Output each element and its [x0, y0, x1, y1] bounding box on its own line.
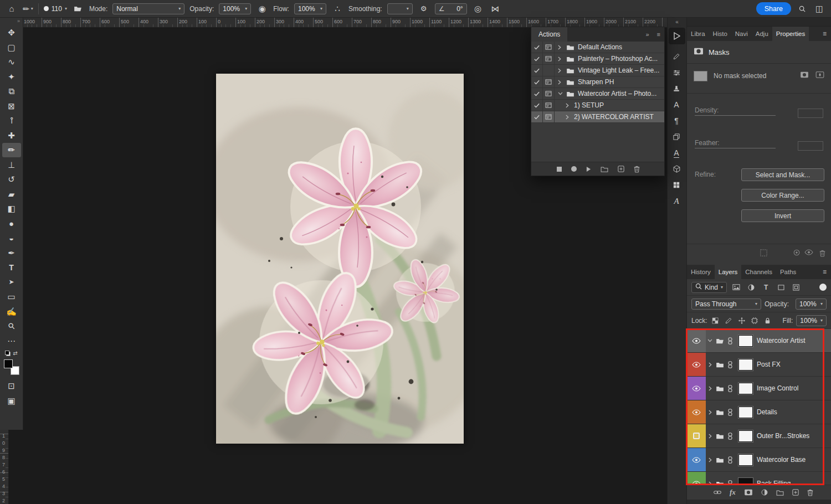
action-dialog-toggle[interactable]: [543, 88, 555, 99]
chevron-right-icon[interactable]: [558, 45, 563, 50]
collapse-panel-icon[interactable]: »: [642, 31, 653, 38]
action-check-toggle[interactable]: [531, 88, 543, 99]
layer-comps-panel-icon[interactable]: [669, 130, 684, 144]
tab-histo[interactable]: Histo: [709, 27, 731, 41]
lock-artboard-icon[interactable]: [750, 315, 760, 326]
workspace-switcher-icon[interactable]: ◫: [813, 4, 825, 14]
tool-edit-toolbar[interactable]: ⋯: [2, 333, 21, 348]
pressure-opacity-icon[interactable]: ◉: [256, 4, 268, 14]
tool-hand[interactable]: ✍: [2, 304, 21, 318]
apply-mask-icon[interactable]: [793, 249, 800, 256]
actions-panel-tab[interactable]: Actions: [531, 27, 567, 42]
action-check-toggle[interactable]: [531, 53, 543, 64]
tool-frame[interactable]: ⊠: [2, 99, 21, 113]
tool-type[interactable]: T: [2, 260, 21, 275]
brush-tool-preset[interactable]: ✏▾: [23, 4, 33, 13]
layer-row[interactable]: Back Filling: [687, 472, 831, 485]
chevron-right-icon[interactable]: [706, 434, 714, 439]
mask-thumbnail[interactable]: [738, 454, 753, 466]
layer-visibility-toggle[interactable]: [687, 424, 706, 448]
layer-opacity-select[interactable]: 100%▾: [796, 299, 827, 310]
chevron-right-icon[interactable]: [706, 410, 714, 415]
action-dialog-toggle[interactable]: [543, 53, 555, 64]
add-pixel-mask-icon[interactable]: [800, 71, 809, 78]
lock-position-icon[interactable]: [737, 315, 747, 326]
layer-visibility-toggle[interactable]: [687, 400, 706, 424]
layer-visibility-toggle[interactable]: [687, 472, 706, 485]
tool-pen[interactable]: ✒: [2, 245, 21, 260]
tool-move[interactable]: ✥: [2, 25, 21, 40]
airbrush-icon[interactable]: ∴: [331, 4, 343, 14]
lock-pixels-icon[interactable]: [724, 315, 733, 326]
tool-brush[interactable]: ✏: [2, 143, 21, 157]
panel-menu-icon[interactable]: ≡: [818, 30, 831, 38]
action-dialog-toggle[interactable]: [543, 65, 555, 76]
layer-styles-icon[interactable]: fx: [730, 488, 736, 497]
mask-thumbnail[interactable]: [738, 335, 753, 347]
tool-rect-marquee[interactable]: ▢: [2, 40, 21, 54]
stop-playing-icon[interactable]: [557, 167, 562, 172]
action-check-toggle[interactable]: [531, 42, 543, 53]
density-value-field[interactable]: [798, 109, 823, 118]
tool-quick-select[interactable]: ✦: [2, 69, 21, 84]
layer-row[interactable]: Watercolor Base: [687, 448, 831, 472]
action-check-toggle[interactable]: [531, 76, 543, 88]
3d-panel-icon[interactable]: [669, 162, 684, 176]
swap-colors-icon[interactable]: ⇄: [13, 350, 17, 356]
lock-all-icon[interactable]: [763, 315, 773, 326]
layer-name[interactable]: Watercolor Artist: [757, 337, 806, 344]
action-row[interactable]: Default Actions: [531, 42, 664, 53]
mask-thumbnail[interactable]: [738, 359, 753, 371]
mask-thumbnail[interactable]: [738, 383, 753, 394]
layer-visibility-toggle[interactable]: [687, 377, 706, 400]
action-check-toggle[interactable]: [531, 111, 543, 122]
feather-slider[interactable]: [695, 148, 776, 148]
patterns-panel-icon[interactable]: [669, 178, 684, 192]
layer-row[interactable]: Image Control: [687, 377, 831, 400]
mask-thumbnail[interactable]: [738, 430, 753, 442]
action-row[interactable]: 1) SETUP: [531, 100, 664, 111]
tab-layers[interactable]: Layers: [715, 265, 742, 279]
delete-layer-icon[interactable]: [807, 488, 813, 496]
pressure-size-icon[interactable]: ◎: [472, 4, 484, 14]
new-action-icon[interactable]: [618, 166, 624, 172]
brush-settings-panel-icon[interactable]: [669, 49, 684, 64]
layer-filter-toggle[interactable]: [819, 284, 827, 291]
tab-paths[interactable]: Paths: [776, 265, 800, 279]
actions-menu-icon[interactable]: ≡: [653, 31, 664, 38]
chevron-down-icon[interactable]: [706, 339, 714, 342]
tool-clone-stamp[interactable]: ⊥: [2, 157, 21, 172]
color-range-button[interactable]: Color Range...: [741, 189, 824, 202]
filter-type-layers-icon[interactable]: T: [760, 282, 772, 292]
tool-blur[interactable]: ●: [2, 216, 21, 230]
filter-smart-objects-icon[interactable]: [790, 282, 802, 292]
disable-mask-icon[interactable]: [804, 249, 813, 255]
quick-mask-button[interactable]: ⊡: [2, 378, 21, 393]
chevron-right-icon[interactable]: [706, 362, 714, 367]
tool-dodge[interactable]: ◒: [2, 231, 21, 245]
layer-name[interactable]: Watercolor Base: [757, 456, 806, 464]
mask-thumbnail[interactable]: [738, 478, 753, 485]
brush-angle-field[interactable]: ∠0°: [435, 3, 467, 14]
brush-settings-toggle-icon[interactable]: [72, 6, 84, 12]
fill-select[interactable]: 100%▾: [796, 315, 827, 326]
tab-channels[interactable]: Channels: [741, 265, 776, 279]
new-layer-icon[interactable]: [792, 489, 799, 496]
tool-lasso[interactable]: ∿: [2, 55, 21, 69]
layer-row[interactable]: Watercolor Artist: [687, 329, 831, 353]
opacity-select[interactable]: 100%▾: [219, 3, 251, 14]
document-canvas[interactable]: [216, 74, 464, 444]
tool-rectangle[interactable]: ▭: [2, 290, 21, 304]
chevron-right-icon[interactable]: [558, 68, 563, 73]
add-adjustment-layer-icon[interactable]: [761, 489, 768, 496]
tool-eraser[interactable]: ▰: [2, 187, 21, 201]
expand-panels-icon[interactable]: «: [668, 18, 686, 26]
new-group-icon[interactable]: [776, 490, 784, 496]
clone-source-panel-icon[interactable]: [669, 81, 684, 96]
action-dialog-toggle[interactable]: [543, 100, 555, 111]
tab-adju[interactable]: Adju: [752, 27, 772, 41]
load-selection-icon[interactable]: [760, 249, 767, 256]
invert-button[interactable]: Invert: [741, 209, 824, 222]
paragraph-panel-icon[interactable]: ¶: [669, 114, 684, 128]
action-row[interactable]: Sharpen PH: [531, 76, 664, 88]
